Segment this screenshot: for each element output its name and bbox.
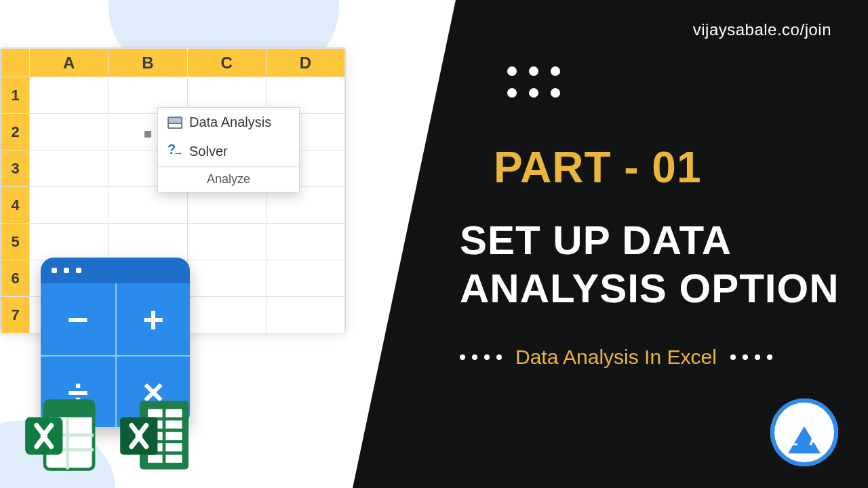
row-header: 7	[1, 297, 30, 333]
svg-rect-16	[165, 455, 182, 463]
col-header: D	[266, 49, 344, 77]
svg-rect-15	[148, 455, 163, 463]
calc-plus-icon: +	[115, 283, 190, 355]
excel-modern-icon	[20, 394, 102, 479]
row-header: 4	[1, 187, 30, 224]
main-title: SET UP DATA ANALYSIS OPTION	[460, 217, 841, 313]
brand-letter: L	[789, 432, 797, 449]
ribbon-item-solver[interactable]: Solver	[158, 137, 299, 166]
row-header: 1	[1, 77, 30, 114]
svg-rect-4	[66, 418, 69, 470]
col-header: B	[108, 49, 187, 77]
subtitle-row: Data Analysis In Excel	[460, 346, 841, 369]
row-header: 2	[1, 114, 30, 150]
dot-row-left	[460, 354, 502, 360]
sheet-corner	[1, 49, 30, 77]
brand-badge: L A	[770, 399, 838, 466]
svg-rect-14	[165, 443, 182, 451]
ribbon-group-label: Analyze	[158, 166, 299, 192]
row-header: 6	[1, 260, 30, 297]
table-icon	[167, 117, 182, 129]
svg-rect-7	[148, 409, 163, 418]
row-header: 5	[1, 224, 30, 260]
dot-row-right	[730, 354, 772, 360]
part-label: PART - 01	[494, 142, 702, 192]
row-header: 3	[1, 150, 30, 187]
thumbnail-stage: A B C D 1 2 3 4 5 6 7 Data Analysis Solv…	[0, 0, 868, 488]
svg-rect-8	[165, 409, 182, 418]
main-title-line: SET UP DATA	[460, 217, 841, 265]
ribbon-item-data-analysis[interactable]: Data Analysis	[158, 108, 299, 137]
main-title-line: ANALYSIS OPTION	[460, 265, 841, 313]
svg-rect-10	[165, 420, 182, 428]
col-header: C	[187, 49, 266, 77]
title-panel: vijaysabale.co/join PART - 01 SET UP DAT…	[353, 0, 868, 488]
calculator-titlebar	[41, 258, 190, 283]
svg-rect-12	[165, 432, 182, 440]
analyze-ribbon-group: Data Analysis Solver Analyze	[157, 107, 300, 192]
excel-classic-icon	[115, 394, 197, 479]
join-url: vijaysabale.co/join	[693, 20, 831, 39]
solver-icon	[167, 144, 182, 159]
calc-minus-icon: −	[41, 283, 115, 355]
dot-grid-decoration	[507, 66, 561, 99]
ribbon-item-label: Data Analysis	[189, 115, 271, 130]
ribbon-item-label: Solver	[189, 144, 228, 159]
subtitle-text: Data Analysis In Excel	[515, 346, 717, 369]
svg-rect-1	[45, 401, 94, 418]
brand-letter: A	[809, 432, 820, 449]
col-header: A	[30, 49, 108, 77]
